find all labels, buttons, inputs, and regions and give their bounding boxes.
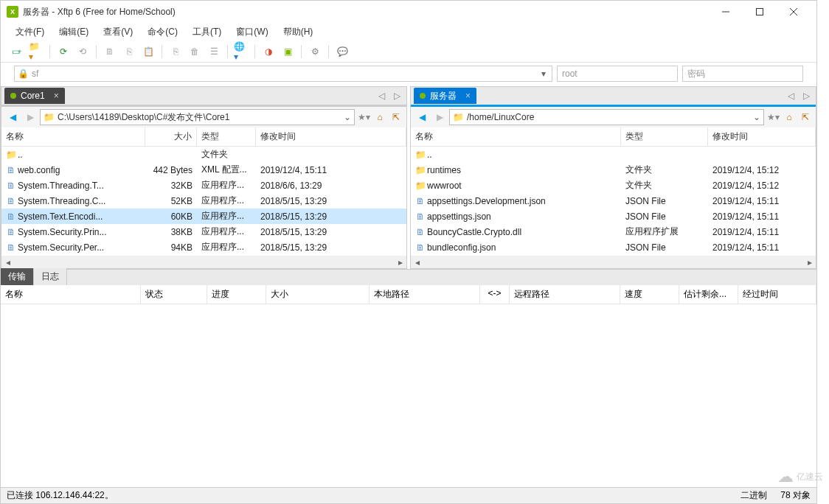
up-folder-icon[interactable]: ⇱ (798, 110, 813, 125)
list-item[interactable]: 🗎appsettings.jsonJSON File2019/12/4, 15:… (411, 209, 816, 224)
tcol-speed[interactable]: 速度 (620, 285, 679, 304)
col-modified[interactable]: 修改时间 (708, 127, 816, 146)
tab-prev-icon[interactable]: ◁ (375, 91, 388, 101)
up-folder-icon[interactable]: ⇱ (389, 110, 403, 125)
minimize-button[interactable] (709, 1, 743, 23)
tcol-status[interactable]: 状态 (141, 285, 207, 304)
local-path-input[interactable]: 📁 C:\Users\14189\Desktop\C#发布文件\Core1 ⌄ (40, 109, 355, 125)
forward-button[interactable]: ▶ (431, 109, 448, 125)
tcol-dir[interactable]: <-> (480, 285, 510, 304)
tab-core1[interactable]: Core1 × (4, 88, 65, 104)
remote-hscroll[interactable]: ◂ ▸ (411, 256, 816, 268)
scroll-right-icon[interactable]: ▸ (394, 256, 406, 268)
username-text: root (562, 69, 577, 79)
new-session-icon[interactable]: ▭+ (10, 44, 24, 59)
scroll-track[interactable] (423, 256, 803, 268)
tab-log[interactable]: 日志 (34, 268, 67, 285)
tab-next-icon[interactable]: ▷ (391, 91, 403, 101)
scroll-left-icon[interactable]: ◂ (411, 256, 423, 268)
new-file-icon[interactable]: 🗎 (103, 44, 117, 59)
menu-window[interactable]: 窗口(W) (230, 24, 274, 40)
list-item[interactable]: 🗎System.Text.Encodi...60KB应用程序...2018/5/… (1, 209, 406, 224)
list-item[interactable]: 🗎BouncyCastle.Crypto.dll应用程序扩展2019/12/4,… (411, 224, 816, 239)
list-item[interactable]: 🗎web.config442 BytesXML 配置...2019/12/4, … (1, 162, 406, 178)
list-item[interactable]: 🗎appsettings.Development.jsonJSON File20… (411, 193, 816, 209)
tcol-name[interactable]: 名称 (1, 285, 141, 304)
path-dropdown-icon[interactable]: ⌄ (753, 112, 760, 122)
col-name[interactable]: 名称 (411, 127, 621, 146)
menu-edit[interactable]: 编辑(E) (53, 24, 94, 40)
home-icon[interactable]: ⌂ (782, 110, 797, 125)
list-item[interactable]: 🗎System.Threading.T...32KB应用程序...2018/6/… (1, 178, 406, 193)
sync-icon[interactable]: ◑ (261, 44, 276, 59)
scroll-right-icon[interactable]: ▸ (803, 256, 816, 268)
list-item[interactable]: 📁wwwroot文件夹2019/12/4, 15:12 (411, 178, 816, 193)
close-button[interactable] (777, 1, 811, 23)
scroll-track[interactable] (14, 256, 394, 268)
forward-button[interactable]: ▶ (22, 109, 38, 125)
list-item[interactable]: 🗎System.Security.Cry...25KB应用程序...2018/5… (1, 255, 406, 256)
tcol-progress[interactable]: 进度 (207, 285, 266, 304)
paste-icon[interactable]: 📋 (141, 44, 156, 59)
transfer-area[interactable] (1, 304, 816, 487)
username-input[interactable]: root (557, 66, 678, 82)
toolbar-separator (301, 45, 302, 58)
close-tab-icon[interactable]: × (465, 91, 471, 101)
home-icon[interactable]: ⌂ (372, 110, 387, 125)
menu-view[interactable]: 查看(V) (97, 24, 139, 40)
menu-command[interactable]: 命令(C) (142, 24, 184, 40)
host-dropdown-icon[interactable]: ▾ (538, 69, 549, 79)
tcol-eta[interactable]: 估计剩余... (679, 285, 738, 304)
properties-icon[interactable]: ☰ (207, 44, 221, 59)
remote-listview[interactable]: 名称 类型 修改时间 📁..📁runtimes文件夹2019/12/4, 15:… (411, 127, 816, 256)
list-item[interactable]: 📁.. (411, 147, 816, 162)
open-folder-icon[interactable]: 📁▾ (29, 44, 44, 59)
copy-icon[interactable]: ⎘ (122, 44, 136, 59)
list-item[interactable]: 🗎System.Security.Prin...38KB应用程序...2018/… (1, 224, 406, 239)
reconnect-icon[interactable]: ⟳ (56, 44, 71, 59)
tcol-elapsed[interactable]: 经过时间 (738, 285, 816, 304)
copy2-icon[interactable]: ⎘ (168, 44, 183, 59)
list-item[interactable]: 📁..文件夹 (1, 147, 406, 162)
menu-file[interactable]: 文件(F) (10, 24, 50, 40)
tcol-remote[interactable]: 远程路径 (510, 285, 620, 304)
path-dropdown-icon[interactable]: ⌄ (344, 112, 351, 122)
settings-icon[interactable]: ⚙ (308, 44, 322, 59)
terminal-icon[interactable]: ▣ (280, 44, 295, 59)
scroll-left-icon[interactable]: ◂ (1, 256, 14, 268)
delete-icon[interactable]: 🗑 (187, 44, 202, 59)
back-button[interactable]: ◀ (4, 109, 21, 125)
list-item[interactable]: 🗎bundleconfig.jsonJSON File2019/12/4, 15… (411, 239, 816, 255)
menu-tools[interactable]: 工具(T) (187, 24, 227, 40)
col-size[interactable]: 大小 (145, 127, 197, 146)
maximize-button[interactable] (743, 1, 777, 23)
tab-transfer[interactable]: 传输 (1, 268, 34, 285)
local-listview[interactable]: 名称 大小 类型 修改时间 📁..文件夹🗎web.config442 Bytes… (1, 127, 406, 256)
back-button[interactable]: ◀ (414, 109, 430, 125)
col-type[interactable]: 类型 (621, 127, 708, 146)
menu-help[interactable]: 帮助(H) (277, 24, 319, 40)
list-item[interactable]: 🗎Dapper.dll应用程序扩展2019/12/4, 15:11 (411, 255, 816, 256)
tcol-local[interactable]: 本地路径 (370, 285, 480, 304)
status-connection: 已连接 106.12.146.44:22。 (7, 489, 114, 502)
bookmark-icon[interactable]: ★▾ (766, 110, 780, 125)
help-icon[interactable]: 💬 (335, 44, 350, 59)
tab-prev-icon[interactable]: ◁ (785, 91, 797, 101)
col-name[interactable]: 名称 (1, 127, 145, 146)
col-type[interactable]: 类型 (197, 127, 256, 146)
close-tab-icon[interactable]: × (54, 91, 59, 101)
remote-path-input[interactable]: 📁 /home/LinuxCore ⌄ (449, 109, 764, 125)
password-input[interactable]: 密码 (682, 66, 803, 82)
host-input[interactable]: 🔒 sf ▾ (14, 66, 552, 82)
list-item[interactable]: 📁runtimes文件夹2019/12/4, 15:12 (411, 162, 816, 178)
tab-next-icon[interactable]: ▷ (800, 91, 813, 101)
local-hscroll[interactable]: ◂ ▸ (1, 256, 406, 268)
globe-icon[interactable]: 🌐▾ (234, 44, 249, 59)
tab-server[interactable]: 服务器 × (414, 88, 476, 104)
tcol-size[interactable]: 大小 (266, 285, 370, 304)
bookmark-icon[interactable]: ★▾ (356, 110, 371, 125)
col-modified[interactable]: 修改时间 (256, 127, 406, 146)
list-item[interactable]: 🗎System.Threading.C...52KB应用程序...2018/5/… (1, 193, 406, 209)
list-item[interactable]: 🗎System.Security.Per...94KB应用程序...2018/5… (1, 239, 406, 255)
disconnect-icon[interactable]: ⟲ (75, 44, 90, 59)
